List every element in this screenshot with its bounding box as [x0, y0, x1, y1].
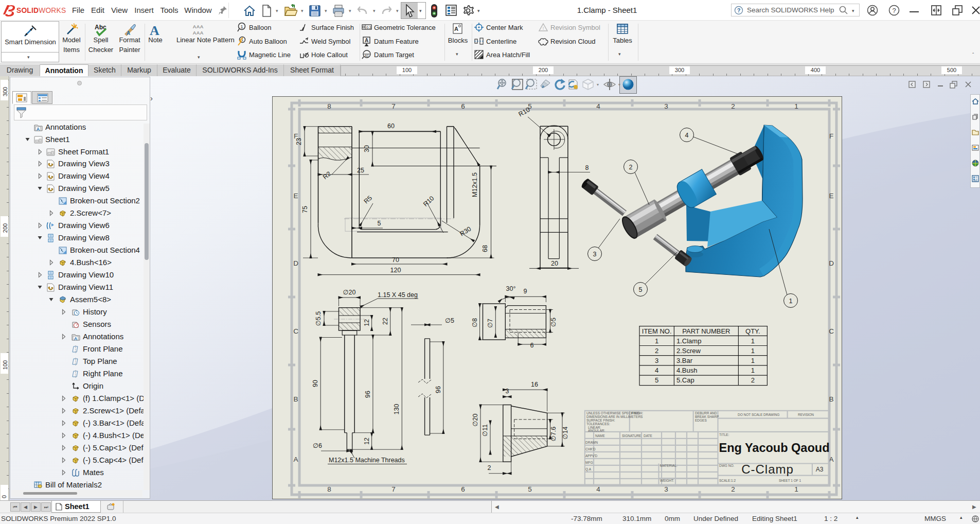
svg-text:∅20: ∅20 [343, 289, 356, 296]
svg-text:2: 2 [751, 376, 755, 384]
svg-text:3: 3 [655, 357, 658, 364]
svg-text:12: 12 [363, 438, 370, 445]
svg-text:D: D [293, 259, 298, 267]
svg-text:∅5: ∅5 [550, 318, 557, 327]
svg-text:4: 4 [596, 102, 600, 110]
svg-text:3: 3 [664, 102, 668, 110]
svg-text:5.Cap: 5.Cap [676, 376, 694, 384]
svg-text:120: 120 [390, 267, 401, 274]
svg-text:CHK'D: CHK'D [585, 447, 596, 451]
svg-text:1: 1 [794, 485, 798, 493]
svg-text:SCALE:1:2: SCALE:1:2 [719, 479, 736, 482]
svg-text:2.Screw: 2.Screw [676, 347, 701, 355]
svg-text:16: 16 [531, 381, 538, 388]
svg-text:∅6: ∅6 [313, 442, 322, 449]
svg-text:Q.A: Q.A [585, 467, 592, 471]
svg-text:ANGULAR:: ANGULAR: [588, 429, 605, 432]
svg-text:QTY.: QTY. [745, 327, 760, 335]
svg-text:SIGNATURE: SIGNATURE [622, 434, 642, 438]
svg-text:75: 75 [301, 206, 309, 213]
svg-text:A: A [293, 456, 298, 463]
svg-text:F: F [829, 132, 833, 140]
svg-text:BREAK SHARP: BREAK SHARP [695, 415, 719, 418]
svg-text:DRAWN: DRAWN [585, 441, 598, 444]
svg-text:∅14: ∅14 [562, 427, 569, 440]
svg-text:∅5.5: ∅5.5 [315, 311, 322, 326]
svg-text:90: 90 [312, 380, 319, 387]
svg-text:DO NOT SCALE DRAWING: DO NOT SCALE DRAWING [738, 413, 779, 416]
svg-text:FINISH:: FINISH: [631, 411, 643, 415]
svg-text:3: 3 [664, 485, 668, 493]
svg-text:1: 1 [751, 366, 755, 374]
svg-text:1: 1 [751, 337, 755, 345]
svg-text:7: 7 [391, 485, 396, 493]
svg-text:DATE: DATE [644, 434, 653, 438]
svg-text:E: E [293, 192, 298, 200]
svg-text:5: 5 [639, 286, 643, 293]
svg-text:?: ? [737, 7, 741, 13]
svg-text:130: 130 [393, 404, 400, 415]
svg-text:SURFACE FINISH:: SURFACE FINISH: [586, 418, 615, 422]
svg-text:A: A [127, 30, 130, 36]
svg-text:22: 22 [382, 318, 389, 325]
svg-text:A: A [365, 38, 368, 43]
svg-text:7: 7 [391, 102, 396, 110]
svg-text:4: 4 [685, 132, 689, 139]
svg-text:4: 4 [655, 366, 658, 374]
svg-text:∅11: ∅11 [482, 424, 489, 436]
svg-text:MFG: MFG [585, 461, 593, 464]
svg-text:WEIGHT:: WEIGHT: [660, 479, 674, 482]
svg-text:M12x1.5: M12x1.5 [471, 172, 478, 197]
svg-text:APPV'D: APPV'D [585, 454, 598, 458]
svg-text:8: 8 [585, 164, 589, 171]
svg-text:MATERIAL:: MATERIAL: [660, 464, 678, 467]
svg-text:SHEET 1 OF 1: SHEET 1 OF 1 [779, 479, 801, 482]
svg-text:C: C [829, 327, 834, 335]
svg-text:E: E [829, 192, 833, 200]
svg-text:Eng Yacoub Qaoud: Eng Yacoub Qaoud [719, 441, 829, 455]
svg-text:A1: A1 [365, 54, 369, 58]
svg-text:3: 3 [506, 388, 509, 395]
svg-text:1: 1 [751, 347, 755, 355]
svg-text:2: 2 [655, 347, 658, 355]
svg-text:1.15 X 45 deg: 1.15 X 45 deg [378, 291, 418, 299]
svg-text:TOLERANCES:: TOLERANCES: [586, 422, 610, 426]
svg-text:A: A [74, 336, 78, 341]
svg-text:5: 5 [378, 220, 381, 227]
svg-text:25: 25 [357, 167, 364, 174]
svg-text:9: 9 [524, 288, 527, 295]
svg-text:TITLE:: TITLE: [719, 433, 729, 436]
svg-text:12: 12 [363, 319, 370, 326]
svg-text:5: 5 [528, 485, 532, 493]
svg-text:EDGES: EDGES [695, 418, 707, 422]
svg-text:0.3: 0.3 [366, 26, 371, 29]
svg-text:2: 2 [629, 164, 633, 171]
svg-text:A: A [37, 127, 40, 132]
svg-text:2: 2 [488, 464, 491, 471]
svg-text:NAME: NAME [595, 434, 605, 438]
svg-text:4.Bush: 4.Bush [676, 366, 697, 374]
svg-text:30°: 30° [506, 285, 516, 292]
svg-text:C: C [293, 327, 298, 335]
svg-text:B: B [829, 395, 833, 403]
svg-text:C-Clamp: C-Clamp [741, 462, 794, 476]
svg-text:1: 1 [789, 298, 793, 305]
svg-text:96: 96 [364, 391, 371, 398]
svg-text:8: 8 [327, 485, 331, 493]
svg-text:6: 6 [530, 342, 534, 349]
svg-text:?: ? [892, 7, 896, 14]
svg-text:5: 5 [655, 376, 658, 384]
svg-text:6: 6 [461, 485, 465, 493]
svg-text:DIMENSIONS ARE IN MILLIMETERS: DIMENSIONS ARE IN MILLIMETERS [586, 415, 643, 418]
svg-text:1: 1 [655, 337, 658, 345]
svg-text:∅8: ∅8 [471, 318, 478, 327]
svg-text:A3: A3 [816, 466, 824, 473]
svg-text:M12x1.5 Machine Threads: M12x1.5 Machine Threads [329, 457, 405, 464]
svg-text:1: 1 [794, 102, 798, 110]
svg-text:B: B [293, 395, 298, 403]
svg-text:30: 30 [363, 145, 370, 152]
svg-text:PART NUMBER: PART NUMBER [682, 327, 730, 335]
svg-text:∅7: ∅7 [487, 319, 494, 328]
svg-text:A: A [454, 26, 458, 32]
svg-text:20: 20 [551, 260, 558, 267]
